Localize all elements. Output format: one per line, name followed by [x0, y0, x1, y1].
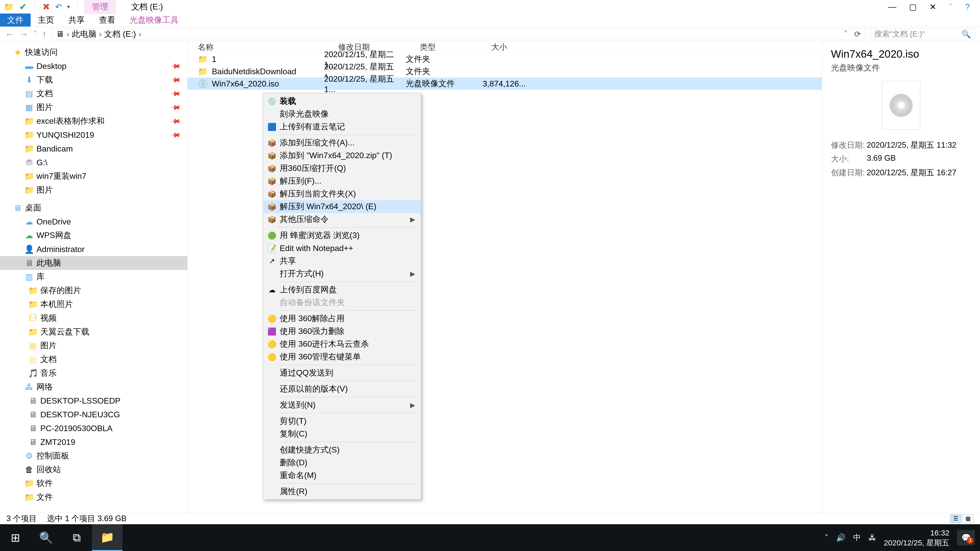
- search-input[interactable]: 搜索"文档 (E:)" 🔍: [870, 28, 975, 40]
- context-menu-item[interactable]: 📦其他压缩命令▶: [264, 213, 420, 226]
- context-menu-item[interactable]: 🟡使用 360进行木马云查杀: [264, 338, 420, 351]
- tree-wps[interactable]: ☁WPS网盘: [0, 229, 187, 242]
- context-menu-item[interactable]: 📦添加到 "Win7x64_2020.zip" (T): [264, 149, 420, 162]
- context-menu-item[interactable]: 🟡使用 360解除占用: [264, 312, 420, 325]
- breadcrumb[interactable]: 🖥 › 此电脑 › 文档 (E:) › ˅ ⟳: [52, 28, 865, 40]
- tree-pictures[interactable]: ▦图片📌: [0, 100, 187, 114]
- tree-desktop-cn[interactable]: 🖥桌面: [0, 201, 187, 215]
- tree-yunqishi[interactable]: 📁YUNQISHI2019📌: [0, 128, 187, 142]
- context-menu-item[interactable]: 删除(D): [264, 456, 420, 469]
- context-menu-item[interactable]: 通过QQ发送到: [264, 367, 420, 380]
- back-button[interactable]: ←: [5, 29, 14, 40]
- view-details-button[interactable]: ☰: [950, 514, 961, 523]
- taskbar-search-button[interactable]: 🔍: [30, 524, 61, 551]
- qat-dropdown-icon[interactable]: ▾: [67, 3, 70, 10]
- tree-documents[interactable]: ▤文档📌: [0, 87, 187, 100]
- taskbar-explorer-button[interactable]: 📁: [92, 524, 123, 551]
- tree-win7reinstall[interactable]: 📁win7重装win7: [0, 169, 187, 183]
- tree-docs-lib[interactable]: ▤文档: [0, 353, 187, 366]
- forward-button[interactable]: →: [19, 29, 29, 40]
- qat-checkbox-icon[interactable]: ✔: [19, 2, 27, 12]
- tree-network[interactable]: 🖧网络: [0, 380, 187, 394]
- tree-pictures-2[interactable]: 📁图片: [0, 183, 187, 197]
- context-menu-item[interactable]: 📦解压到当前文件夹(X): [264, 187, 420, 200]
- minimize-button[interactable]: —: [888, 2, 896, 11]
- tree-tianyi[interactable]: 📁天翼云盘下载: [0, 325, 187, 339]
- tab-view[interactable]: 查看: [92, 14, 123, 27]
- column-name[interactable]: 名称: [188, 42, 338, 52]
- file-row[interactable]: 📁1 2020/12/15, 星期二 1... 文件夹: [188, 53, 822, 65]
- context-menu-item[interactable]: 📦解压到(F)...: [264, 175, 420, 187]
- tree-quick-access[interactable]: ★快速访问: [0, 45, 187, 59]
- tree-pc-1[interactable]: 🖥DESKTOP-LSSOEDP: [0, 394, 187, 408]
- tree-downloads[interactable]: ⬇下载📌: [0, 73, 187, 87]
- context-menu-item[interactable]: 复制(C): [264, 427, 420, 440]
- context-menu-item[interactable]: 📦添加到压缩文件(A)...: [264, 137, 420, 149]
- column-size[interactable]: 大小: [491, 42, 545, 52]
- tree-pics-lib[interactable]: ▦图片: [0, 339, 187, 353]
- context-menu-item[interactable]: 📝Edit with Notepad++: [264, 242, 420, 254]
- help-button[interactable]: ?: [965, 2, 970, 11]
- tree-libraries[interactable]: ▥库: [0, 270, 187, 284]
- context-menu-item[interactable]: 🟪使用 360强力删除: [264, 325, 420, 338]
- tree-recycle-bin[interactable]: 🗑回收站: [0, 463, 187, 476]
- file-row[interactable]: 📁BaiduNetdiskDownload 2020/12/25, 星期五 1.…: [188, 65, 822, 78]
- tree-local-pics[interactable]: 📁本机照片: [0, 297, 187, 311]
- context-menu-item[interactable]: 🟡使用 360管理右键菜单: [264, 351, 420, 363]
- qat-undo-icon[interactable]: ↶: [55, 2, 62, 12]
- context-menu-item[interactable]: 剪切(T): [264, 415, 420, 427]
- tab-share[interactable]: 共享: [61, 14, 92, 27]
- contextual-tab-manage[interactable]: 管理: [84, 0, 116, 14]
- context-menu-item[interactable]: 发送到(N)▶: [264, 399, 420, 411]
- context-menu-item[interactable]: 📦解压到 Win7x64_2020\ (E): [264, 200, 420, 213]
- context-menu-item[interactable]: 🟦上传到有道云笔记: [264, 121, 420, 133]
- recent-dropdown-icon[interactable]: ˅: [34, 30, 37, 38]
- tree-saved-pics[interactable]: 📁保存的图片: [0, 284, 187, 297]
- tree-videos[interactable]: 🎞视频: [0, 311, 187, 325]
- notification-center-button[interactable]: 💬3: [957, 530, 975, 545]
- tab-disc-image-tools[interactable]: 光盘映像工具: [123, 14, 186, 27]
- task-view-button[interactable]: ⧉: [61, 524, 92, 551]
- network-icon[interactable]: 🖧: [869, 534, 876, 542]
- tree-bandicam[interactable]: 📁Bandicam: [0, 142, 187, 156]
- refresh-button[interactable]: ⟳: [854, 29, 861, 39]
- context-menu-item[interactable]: 属性(R): [264, 485, 420, 498]
- column-type[interactable]: 类型: [420, 42, 491, 52]
- qat-delete-icon[interactable]: ✖: [42, 2, 50, 12]
- file-row-selected[interactable]: 💿Win7x64_2020.iso 2020/12/25, 星期五 1... 光…: [188, 78, 822, 90]
- context-menu-item[interactable]: ↗共享: [264, 254, 420, 267]
- start-button[interactable]: ⊞: [0, 524, 30, 551]
- addr-dropdown-icon[interactable]: ˅: [844, 29, 848, 39]
- tree-software[interactable]: 📁软件: [0, 476, 187, 490]
- breadcrumb-drive[interactable]: 文档 (E:): [104, 29, 136, 40]
- tree-onedrive[interactable]: ☁OneDrive: [0, 215, 187, 229]
- tree-pc-2[interactable]: 🖥DESKTOP-NJEU3CG: [0, 408, 187, 421]
- tree-desktop[interactable]: ▬Desktop📌: [0, 59, 187, 73]
- tree-music[interactable]: 🎵音乐: [0, 366, 187, 380]
- up-button[interactable]: ↑: [42, 29, 47, 40]
- context-menu-item[interactable]: 打开方式(H)▶: [264, 267, 420, 280]
- tree-pc-3[interactable]: 🖥PC-20190530OBLA: [0, 421, 187, 435]
- maximize-button[interactable]: ▢: [909, 2, 917, 12]
- context-menu-item[interactable]: 🟢用 蜂蜜浏览器 浏览(3): [264, 229, 420, 242]
- tree-files[interactable]: 📁文件: [0, 490, 187, 504]
- tree-control-panel[interactable]: ⚙控制面板: [0, 449, 187, 463]
- tree-pc-4[interactable]: 🖥ZMT2019: [0, 435, 187, 449]
- tree-excel-folder[interactable]: 📁excel表格制作求和📌: [0, 114, 187, 128]
- close-button[interactable]: ✕: [929, 2, 936, 12]
- expand-ribbon-icon[interactable]: ˅: [949, 3, 953, 11]
- ime-indicator[interactable]: 中: [853, 532, 861, 543]
- taskbar-clock[interactable]: 16:32 2020/12/25, 星期五: [884, 528, 950, 548]
- context-menu-item[interactable]: 重命名(M): [264, 469, 420, 482]
- tab-home[interactable]: 主页: [30, 14, 61, 27]
- context-menu-item[interactable]: 刻录光盘映像: [264, 108, 420, 121]
- context-menu-item[interactable]: 还原以前的版本(V): [264, 383, 420, 395]
- context-menu-item[interactable]: 💿装载: [264, 95, 420, 108]
- tree-admin[interactable]: 👤Administrator: [0, 242, 187, 256]
- tab-file[interactable]: 文件: [0, 14, 30, 27]
- sound-icon[interactable]: 🔊: [836, 533, 845, 542]
- view-icons-button[interactable]: ▦: [963, 514, 974, 523]
- context-menu-item[interactable]: ☁上传到百度网盘: [264, 283, 420, 296]
- tray-overflow-icon[interactable]: ˄: [824, 533, 829, 542]
- context-menu-item[interactable]: 创建快捷方式(S): [264, 444, 420, 456]
